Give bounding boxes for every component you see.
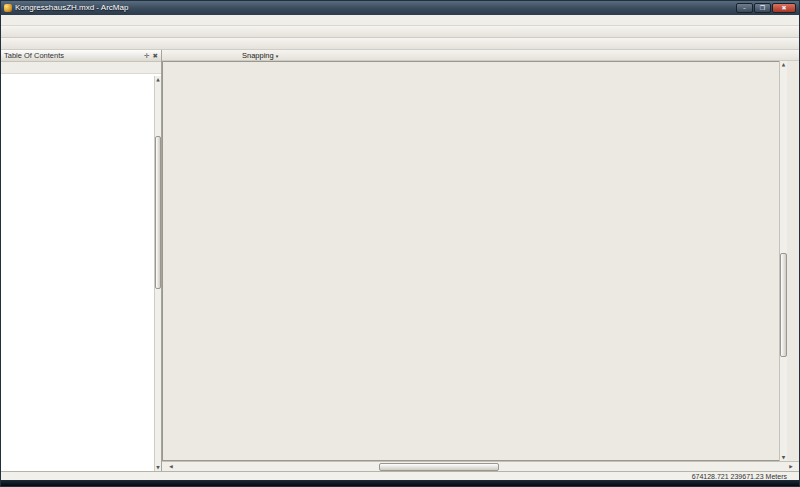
toc-toolbar (1, 62, 161, 74)
minimize-button[interactable]: – (736, 3, 753, 13)
snapping-menu-button[interactable]: Snapping ▾ (240, 51, 280, 60)
scroll-down-icon[interactable]: ▼ (155, 464, 161, 471)
scroll-up-icon[interactable]: ▲ (155, 76, 161, 83)
map-canvas[interactable] (163, 62, 779, 460)
arcmap-app-icon (4, 4, 12, 12)
close-button[interactable]: ✖ (772, 3, 796, 13)
scroll-up-icon[interactable]: ▲ (780, 61, 787, 68)
statusbar: 674128.721 239671.23 Meters (1, 471, 799, 480)
map-horizontal-scrollbar[interactable]: ◀ ▶ (167, 463, 795, 471)
map-main: ▲ ▼ (162, 61, 799, 461)
pin-icon[interactable]: ✛ (144, 52, 149, 60)
map-area: Snapping ▾ ▲ ▼ ◀ ▶ (162, 50, 799, 471)
hscroll-thumb[interactable] (379, 463, 499, 471)
close-icon[interactable]: ✖ (153, 52, 158, 60)
tools-editor-toolbar (1, 38, 799, 50)
toc-scrollbar[interactable]: ▲ ▼ (154, 76, 161, 471)
table-of-contents-panel: Table Of Contents ✛ ✖ ▲ ▼ (1, 50, 162, 471)
windows-taskbar (1, 480, 799, 486)
coordinate-readout: 674128.721 239671.23 Meters (692, 472, 787, 481)
snapping-toolbar: Snapping ▾ (162, 50, 799, 61)
toc-scroll-thumb[interactable] (155, 136, 161, 288)
scroll-left-icon[interactable]: ◀ (167, 463, 175, 471)
vscroll-thumb[interactable] (780, 253, 787, 357)
window-controls: –❐✖ (736, 3, 796, 13)
vscroll-track[interactable] (780, 68, 787, 454)
map-bottom-bar: ◀ ▶ (162, 461, 799, 471)
maximize-button[interactable]: ❐ (754, 3, 771, 13)
scroll-right-icon[interactable]: ▶ (787, 463, 795, 471)
main-content: Table Of Contents ✛ ✖ ▲ ▼ Snapping ▾ (1, 50, 799, 471)
toc-header: Table Of Contents ✛ ✖ (1, 50, 161, 62)
titlebar: KongresshausZH.mxd - ArcMap –❐✖ (1, 1, 799, 15)
chevron-down-icon: ▾ (276, 53, 279, 59)
scroll-down-icon[interactable]: ▼ (780, 454, 787, 461)
window-title: KongresshausZH.mxd - ArcMap (15, 1, 128, 15)
map-vertical-scrollbar[interactable]: ▲ ▼ (779, 61, 787, 461)
layer-tree (1, 74, 161, 471)
toc-title: Table Of Contents (4, 51, 64, 60)
arcmap-window: KongresshausZH.mxd - ArcMap –❐✖ Table Of… (0, 0, 800, 487)
standard-toolbar (1, 26, 799, 38)
menubar (1, 15, 799, 26)
map-viewport[interactable] (162, 61, 779, 461)
toc-scroll-track[interactable] (155, 83, 161, 464)
dock-tab-strip (787, 61, 799, 461)
